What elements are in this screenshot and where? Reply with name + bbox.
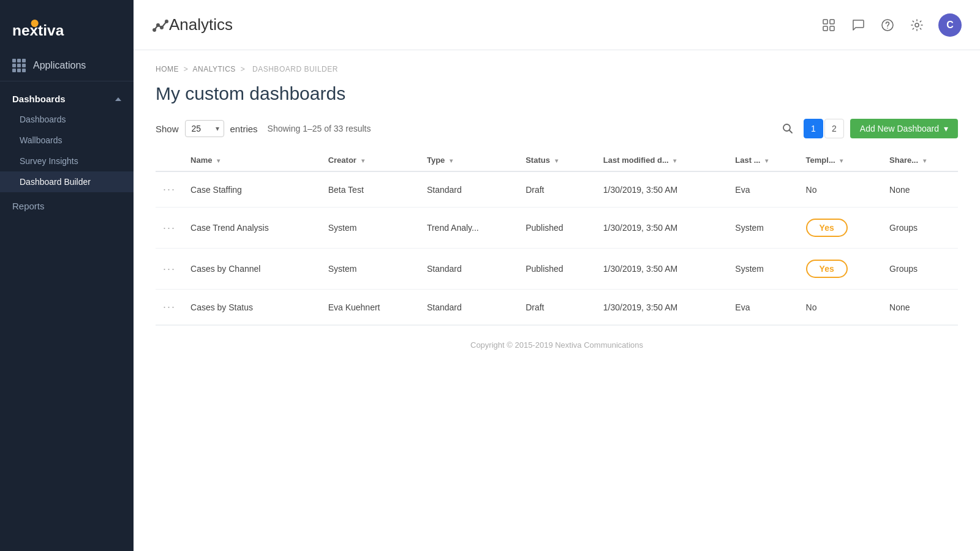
page-btn-1[interactable]: 1	[804, 119, 823, 138]
table-row: ··· Cases by Status Eva Kuehnert Standar…	[156, 290, 958, 325]
row-actions-cell: ···	[156, 171, 183, 208]
chat-icon-btn[interactable]	[850, 17, 866, 33]
breadcrumb-sep-2: >	[241, 65, 246, 73]
cell-creator: System	[321, 249, 420, 290]
grid-icon	[822, 18, 835, 32]
cell-lastmod: 1/30/2019, 3:50 AM	[596, 290, 728, 325]
sidebar-item-dashboards[interactable]: Dashboards	[0, 109, 134, 130]
svg-point-5	[165, 20, 168, 23]
col-name-header[interactable]: Name ▾	[183, 149, 321, 171]
breadcrumb-current: DASHBOARD BUILDER	[252, 65, 338, 73]
entries-select[interactable]: 25 50 100	[185, 120, 224, 137]
add-dashboard-button[interactable]: Add New Dashboard ▾	[850, 119, 958, 138]
svg-point-12	[915, 23, 919, 27]
cell-status: Draft	[518, 290, 596, 325]
cell-creator: System	[321, 208, 420, 249]
nextiva-logo: nextiva	[12, 13, 80, 40]
cell-creator: Beta Test	[321, 171, 420, 208]
sort-icon-type: ▾	[450, 157, 453, 164]
table-header: Name ▾ Creator ▾ Type ▾ Status ▾	[156, 149, 958, 171]
applications-label: Applications	[33, 60, 86, 71]
svg-point-4	[160, 26, 163, 29]
entries-select-wrapper: 25 50 100	[185, 120, 224, 137]
breadcrumb-analytics[interactable]: ANALYTICS	[193, 65, 236, 73]
search-button[interactable]	[778, 119, 797, 138]
col-type-header[interactable]: Type ▾	[420, 149, 518, 171]
pagination: 1 2	[804, 119, 844, 138]
cell-template: No	[799, 171, 883, 208]
help-icon-btn[interactable]	[880, 17, 895, 33]
col-creator-header[interactable]: Creator ▾	[321, 149, 420, 171]
col-shared-header[interactable]: Share... ▾	[882, 149, 958, 171]
svg-text:nextiva: nextiva	[12, 22, 64, 39]
row-actions-menu[interactable]: ···	[163, 301, 176, 313]
sort-icon-shared: ▾	[923, 157, 926, 164]
row-actions-cell: ···	[156, 290, 183, 325]
cell-lastmod: 1/30/2019, 3:50 AM	[596, 171, 728, 208]
help-icon	[881, 18, 894, 32]
table-row: ··· Case Trend Analysis System Trend Ana…	[156, 208, 958, 249]
cell-name: Cases by Status	[183, 290, 321, 325]
footer: Copyright © 2015-2019 Nextiva Communicat…	[156, 325, 958, 364]
sidebar-item-survey-insights[interactable]: Survey Insights	[0, 151, 134, 171]
col-status-header[interactable]: Status ▾	[518, 149, 596, 171]
chat-icon	[851, 18, 865, 32]
col-lastby-header[interactable]: Last ... ▾	[728, 149, 798, 171]
cell-lastmod: 1/30/2019, 3:50 AM	[596, 208, 728, 249]
row-actions-menu[interactable]: ···	[163, 263, 176, 275]
cell-shared: Groups	[882, 208, 958, 249]
add-dashboard-chevron: ▾	[944, 124, 948, 133]
main-content: Analytics	[134, 0, 980, 551]
page-btn-2[interactable]: 2	[824, 119, 844, 138]
col-lastmod-header[interactable]: Last modified d... ▾	[596, 149, 728, 171]
sort-icon-lastby: ▾	[765, 157, 768, 164]
svg-rect-9	[830, 26, 834, 31]
page-title: My custom dashboards	[156, 83, 958, 104]
cell-template: No	[799, 290, 883, 325]
sidebar-item-dashboard-builder[interactable]: Dashboard Builder	[0, 171, 134, 192]
avatar[interactable]: C	[938, 13, 962, 37]
sort-icon-status: ▾	[555, 157, 558, 164]
cell-shared: None	[882, 171, 958, 208]
cell-shared: None	[882, 290, 958, 325]
row-actions-cell: ···	[156, 249, 183, 290]
svg-point-13	[783, 124, 790, 131]
cell-type: Trend Analy...	[420, 208, 518, 249]
sidebar-item-wallboards[interactable]: Wallboards	[0, 130, 134, 151]
cell-type: Standard	[420, 290, 518, 325]
apps-grid-icon	[12, 59, 26, 72]
cell-status: Published	[518, 249, 596, 290]
add-dashboard-label: Add New Dashboard	[860, 124, 939, 133]
grid-icon-btn[interactable]	[821, 17, 837, 33]
dashboards-nav-section: Dashboards Dashboards Wallboards Survey …	[0, 86, 134, 192]
showing-label: Showing 1–25 of 33 results	[268, 124, 371, 133]
svg-point-3	[157, 24, 159, 26]
cell-type: Standard	[420, 171, 518, 208]
top-header: Analytics	[134, 0, 980, 50]
row-actions-menu[interactable]: ···	[163, 222, 176, 234]
cell-lastby: Eva	[728, 171, 798, 208]
svg-point-2	[153, 29, 156, 31]
col-template-header[interactable]: Templ... ▾	[799, 149, 883, 171]
dashboards-nav-header[interactable]: Dashboards	[0, 86, 134, 109]
content-area: HOME > ANALYTICS > DASHBOARD BUILDER My …	[134, 50, 980, 551]
cell-name: Case Staffing	[183, 171, 321, 208]
breadcrumb-home[interactable]: HOME	[156, 65, 179, 73]
settings-icon-btn[interactable]	[909, 17, 925, 33]
show-label: Show	[156, 124, 179, 134]
svg-rect-7	[830, 20, 834, 24]
row-actions-menu[interactable]: ···	[163, 183, 176, 195]
sort-icon-lastmod: ▾	[673, 157, 676, 164]
search-icon	[782, 123, 793, 134]
footer-text: Copyright © 2015-2019 Nextiva Communicat…	[470, 340, 643, 350]
breadcrumb-sep-1: >	[184, 65, 189, 73]
applications-section[interactable]: Applications	[0, 50, 134, 81]
cell-template: Yes	[799, 249, 883, 290]
svg-point-11	[887, 28, 888, 29]
col-actions-header	[156, 149, 183, 171]
analytics-icon	[152, 17, 169, 34]
dashboards-nav-title: Dashboards	[12, 94, 66, 104]
sort-icon-creator: ▾	[361, 157, 364, 164]
sidebar-item-reports[interactable]: Reports	[0, 192, 134, 220]
dashboard-table: Name ▾ Creator ▾ Type ▾ Status ▾	[156, 149, 958, 325]
